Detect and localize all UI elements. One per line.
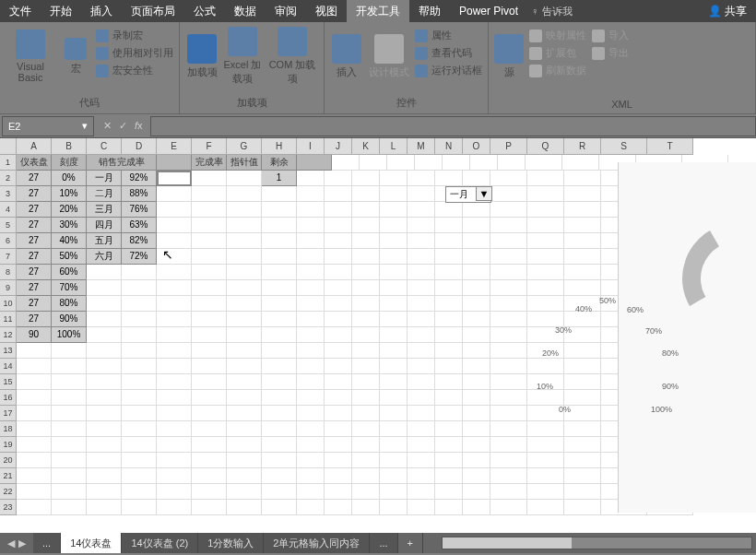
cell[interactable]	[297, 359, 325, 374]
cell[interactable]	[52, 484, 87, 500]
cell[interactable]	[352, 218, 380, 233]
confirm-icon[interactable]: ✓	[119, 120, 127, 132]
cell[interactable]	[527, 296, 564, 312]
cell[interactable]	[122, 343, 157, 359]
cell[interactable]	[192, 249, 227, 265]
cell[interactable]	[227, 327, 262, 343]
cell[interactable]	[352, 296, 380, 312]
cell[interactable]	[490, 390, 527, 406]
row-header[interactable]: 16	[0, 390, 17, 406]
cell[interactable]	[408, 265, 435, 280]
cell[interactable]	[408, 453, 435, 468]
cell[interactable]	[227, 202, 262, 218]
cell[interactable]	[325, 233, 352, 249]
visual-basic-button[interactable]: Visual Basic	[4, 24, 57, 89]
cell[interactable]	[227, 296, 262, 312]
cell[interactable]	[435, 296, 463, 312]
cell[interactable]	[157, 343, 192, 359]
cell[interactable]	[297, 406, 325, 421]
cell[interactable]	[262, 359, 297, 374]
cell[interactable]	[87, 500, 122, 515]
cell[interactable]: 刻度	[52, 155, 87, 171]
row-header[interactable]: 2	[0, 171, 17, 186]
sheet-tab-2[interactable]: 14仪表盘 (2)	[122, 533, 198, 553]
cell[interactable]	[325, 296, 352, 312]
cell[interactable]	[157, 437, 192, 453]
cell[interactable]	[192, 468, 227, 484]
macro-button[interactable]: 宏	[59, 24, 92, 89]
cell[interactable]	[157, 280, 192, 296]
cell[interactable]	[297, 343, 325, 359]
cell[interactable]	[463, 468, 490, 484]
cell[interactable]	[87, 484, 122, 500]
cell[interactable]	[192, 359, 227, 374]
cell[interactable]	[262, 280, 297, 296]
cell[interactable]	[192, 296, 227, 312]
cell[interactable]	[490, 327, 527, 343]
sheet-tab-4[interactable]: 2单元格输入同内容	[264, 533, 370, 553]
cell[interactable]	[325, 186, 352, 202]
cell[interactable]	[262, 500, 297, 515]
cell[interactable]	[122, 280, 157, 296]
cell[interactable]	[380, 437, 408, 453]
month-dropdown-button[interactable]: ▼	[476, 186, 492, 201]
cell[interactable]	[463, 374, 490, 390]
cell[interactable]	[463, 265, 490, 280]
cell[interactable]	[87, 327, 122, 343]
cell[interactable]	[192, 218, 227, 233]
cell[interactable]	[87, 312, 122, 327]
cell[interactable]: 四月	[87, 218, 122, 233]
cell[interactable]	[380, 374, 408, 390]
sheet-ellipsis2[interactable]: ...	[370, 533, 397, 553]
cell[interactable]	[564, 171, 601, 186]
cell[interactable]	[415, 155, 443, 171]
cell[interactable]	[17, 484, 52, 500]
cell[interactable]	[352, 186, 380, 202]
cell[interactable]	[352, 500, 380, 515]
cell[interactable]	[564, 453, 601, 468]
cell[interactable]	[297, 233, 325, 249]
cell[interactable]	[262, 468, 297, 484]
cell[interactable]	[380, 359, 408, 374]
col-header[interactable]: K	[352, 138, 380, 155]
refresh-data-button[interactable]: 刷新数据	[527, 63, 588, 78]
cell[interactable]	[564, 421, 601, 437]
cell[interactable]	[17, 437, 52, 453]
formula-input[interactable]	[150, 116, 756, 136]
cell[interactable]	[262, 233, 297, 249]
cell[interactable]	[352, 280, 380, 296]
cell[interactable]	[227, 453, 262, 468]
cell[interactable]	[564, 343, 601, 359]
col-header[interactable]: P	[490, 138, 527, 155]
row-header[interactable]: 7	[0, 249, 17, 265]
cell[interactable]: 27	[17, 233, 52, 249]
cell[interactable]	[87, 296, 122, 312]
cell[interactable]	[564, 186, 601, 202]
cell[interactable]	[380, 296, 408, 312]
col-header[interactable]: T	[647, 138, 693, 155]
cell[interactable]	[380, 312, 408, 327]
cell[interactable]	[408, 437, 435, 453]
sheet-ellipsis[interactable]: ...	[33, 533, 61, 553]
cell[interactable]	[463, 171, 490, 186]
cell[interactable]	[352, 453, 380, 468]
cell[interactable]	[380, 202, 408, 218]
cell[interactable]	[380, 186, 408, 202]
cell[interactable]	[52, 437, 87, 453]
cell[interactable]: 仪表盘	[17, 155, 52, 171]
cell[interactable]: 70%	[52, 280, 87, 296]
cell[interactable]	[122, 265, 157, 280]
cell[interactable]	[490, 249, 527, 265]
cell[interactable]	[17, 359, 52, 374]
cell[interactable]	[325, 265, 352, 280]
cell[interactable]	[227, 359, 262, 374]
cell[interactable]	[562, 155, 599, 171]
cell[interactable]	[435, 233, 463, 249]
cell[interactable]: 82%	[122, 233, 157, 249]
row-header[interactable]: 10	[0, 296, 17, 312]
cancel-icon[interactable]: ✕	[103, 120, 112, 132]
cell[interactable]	[490, 421, 527, 437]
cell[interactable]: 27	[17, 265, 52, 280]
cell[interactable]	[408, 296, 435, 312]
cell[interactable]	[297, 186, 325, 202]
